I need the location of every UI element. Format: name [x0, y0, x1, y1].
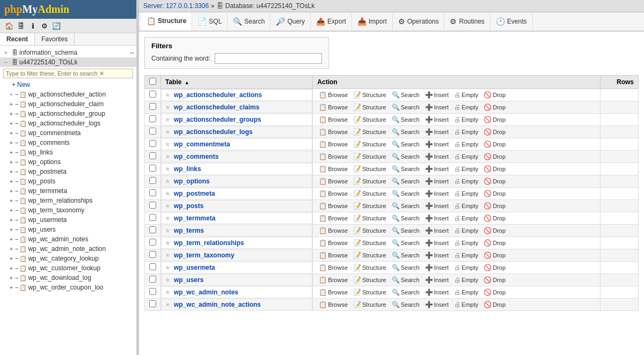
sidebar-table-wp-commentmeta[interactable]: + − 📋 wp_commentmeta: [0, 128, 136, 138]
star-icon[interactable]: ★: [165, 178, 171, 185]
sidebar-table-wp-actionscheduler-claims[interactable]: + − 📋 wp_actionscheduler_claim: [0, 99, 136, 109]
star-icon[interactable]: ★: [165, 202, 171, 210]
search-btn[interactable]: 🔍Search: [390, 165, 421, 173]
table-name-link[interactable]: wp_terms: [174, 227, 204, 234]
row-checkbox[interactable]: [149, 115, 156, 122]
search-btn[interactable]: 🔍Search: [390, 251, 421, 260]
empty-btn[interactable]: 🖨Empty: [452, 103, 480, 112]
insert-btn[interactable]: ➕Insert: [423, 239, 451, 247]
drop-btn[interactable]: 🚫Drop: [482, 276, 507, 284]
browse-btn[interactable]: 📋Browse: [317, 103, 349, 112]
row-checkbox[interactable]: [149, 91, 156, 98]
browse-btn[interactable]: 📋Browse: [317, 276, 349, 284]
table-name-link[interactable]: wp_term_taxonomy: [174, 252, 235, 259]
empty-btn[interactable]: 🖨Empty: [452, 189, 480, 198]
tree-toggle-expanded[interactable]: −: [4, 60, 11, 65]
star-icon[interactable]: ★: [165, 276, 171, 284]
tab-favorites[interactable]: Favorites: [35, 33, 75, 45]
table-name-link[interactable]: wp_postmeta: [174, 190, 215, 197]
insert-btn[interactable]: ➕Insert: [423, 300, 451, 309]
star-icon[interactable]: ★: [165, 165, 171, 173]
sidebar-new-item[interactable]: + New: [0, 80, 136, 90]
sidebar-item-information-schema[interactable]: + 🗄 information_schema ⇔: [0, 48, 136, 57]
sidebar-table-wp-links[interactable]: + − 📋 wp_links: [0, 147, 136, 157]
table-name-link[interactable]: wp_users: [174, 276, 203, 284]
drop-btn[interactable]: 🚫Drop: [482, 91, 507, 99]
empty-btn[interactable]: 🖨Empty: [452, 251, 480, 260]
search-btn[interactable]: 🔍Search: [390, 276, 421, 284]
table-name-link[interactable]: wp_posts: [174, 202, 203, 210]
row-checkbox[interactable]: [149, 288, 156, 295]
search-btn[interactable]: 🔍Search: [390, 202, 421, 210]
row-checkbox[interactable]: [149, 189, 156, 196]
empty-btn[interactable]: 🖨Empty: [452, 263, 480, 272]
toolbar-btn-structure[interactable]: 📋 Structure: [141, 12, 192, 31]
search-btn[interactable]: 🔍Search: [390, 239, 421, 247]
drop-btn[interactable]: 🚫Drop: [482, 115, 507, 124]
empty-btn[interactable]: 🖨Empty: [452, 300, 480, 309]
sidebar-table-wp-term-taxonomy[interactable]: + − 📋 wp_term_taxonomy: [0, 205, 136, 215]
empty-btn[interactable]: 🖨Empty: [452, 152, 480, 161]
table-name-link[interactable]: wp_comments: [174, 153, 218, 160]
search-btn[interactable]: 🔍Search: [390, 189, 421, 198]
row-checkbox[interactable]: [149, 165, 156, 172]
star-icon[interactable]: ★: [165, 190, 171, 197]
browse-btn[interactable]: 📋Browse: [317, 140, 349, 149]
tree-toggle[interactable]: +: [4, 50, 11, 56]
search-btn[interactable]: 🔍Search: [390, 140, 421, 149]
table-name-link[interactable]: wp_actionscheduler_actions: [174, 91, 262, 99]
search-btn[interactable]: 🔍Search: [390, 177, 421, 186]
sidebar-table-wp-usermeta[interactable]: + − 📋 wp_usermeta: [0, 215, 136, 225]
structure-btn[interactable]: 📝Structure: [352, 202, 388, 210]
sidebar-table-wp-wc-order-coupon[interactable]: + − 📋 wp_wc_order_coupon_loo: [0, 283, 136, 292]
browse-btn[interactable]: 📋Browse: [317, 165, 349, 173]
browse-btn[interactable]: 📋Browse: [317, 202, 349, 210]
insert-btn[interactable]: ➕Insert: [423, 288, 451, 297]
row-checkbox[interactable]: [149, 177, 156, 184]
info-icon[interactable]: ℹ: [28, 21, 38, 31]
empty-btn[interactable]: 🖨Empty: [452, 276, 480, 284]
toolbar-btn-query[interactable]: 🔎 Query: [270, 13, 311, 30]
search-btn[interactable]: 🔍Search: [390, 288, 421, 297]
drop-btn[interactable]: 🚫Drop: [482, 103, 507, 112]
star-icon[interactable]: ★: [165, 264, 171, 271]
star-icon[interactable]: ★: [165, 289, 171, 296]
structure-btn[interactable]: 📝Structure: [352, 300, 388, 309]
table-name-link[interactable]: wp_actionscheduler_logs: [174, 128, 253, 136]
empty-btn[interactable]: 🖨Empty: [452, 128, 480, 136]
drop-btn[interactable]: 🚫Drop: [482, 214, 507, 223]
empty-btn[interactable]: 🖨Empty: [452, 288, 480, 297]
col-table[interactable]: Table ▲: [161, 76, 313, 89]
structure-btn[interactable]: 📝Structure: [352, 115, 388, 124]
sidebar-filter-input[interactable]: [3, 69, 133, 78]
search-btn[interactable]: 🔍Search: [390, 103, 421, 112]
search-btn[interactable]: 🔍Search: [390, 91, 421, 99]
sidebar-table-wp-options[interactable]: + − 📋 wp_options: [0, 157, 136, 167]
sidebar-table-wp-wc-admin-notes[interactable]: + − 📋 wp_wc_admin_notes: [0, 234, 136, 244]
row-checkbox[interactable]: [149, 251, 156, 258]
star-icon[interactable]: ★: [165, 116, 171, 123]
table-name-link[interactable]: wp_options: [174, 178, 210, 185]
star-icon[interactable]: ★: [165, 239, 171, 247]
sidebar-table-wp-comments[interactable]: + − 📋 wp_comments: [0, 138, 136, 147]
structure-btn[interactable]: 📝Structure: [352, 288, 388, 297]
drop-btn[interactable]: 🚫Drop: [482, 263, 507, 272]
insert-btn[interactable]: ➕Insert: [423, 214, 451, 223]
structure-btn[interactable]: 📝Structure: [352, 189, 388, 198]
empty-btn[interactable]: 🖨Empty: [452, 140, 480, 149]
insert-btn[interactable]: ➕Insert: [423, 263, 451, 272]
tab-recent[interactable]: Recent: [0, 33, 35, 45]
structure-btn[interactable]: 📝Structure: [352, 128, 388, 136]
browse-btn[interactable]: 📋Browse: [317, 226, 349, 235]
insert-btn[interactable]: ➕Insert: [423, 189, 451, 198]
browse-btn[interactable]: 📋Browse: [317, 300, 349, 309]
star-icon[interactable]: ★: [165, 301, 171, 308]
sidebar-table-wp-posts[interactable]: + − 📋 wp_posts: [0, 176, 136, 186]
star-icon[interactable]: ★: [165, 91, 171, 99]
search-btn[interactable]: 🔍Search: [390, 128, 421, 136]
drop-btn[interactable]: 🚫Drop: [482, 140, 507, 149]
insert-btn[interactable]: ➕Insert: [423, 251, 451, 260]
insert-btn[interactable]: ➕Insert: [423, 128, 451, 136]
row-checkbox[interactable]: [149, 300, 156, 307]
star-icon[interactable]: ★: [165, 128, 171, 136]
